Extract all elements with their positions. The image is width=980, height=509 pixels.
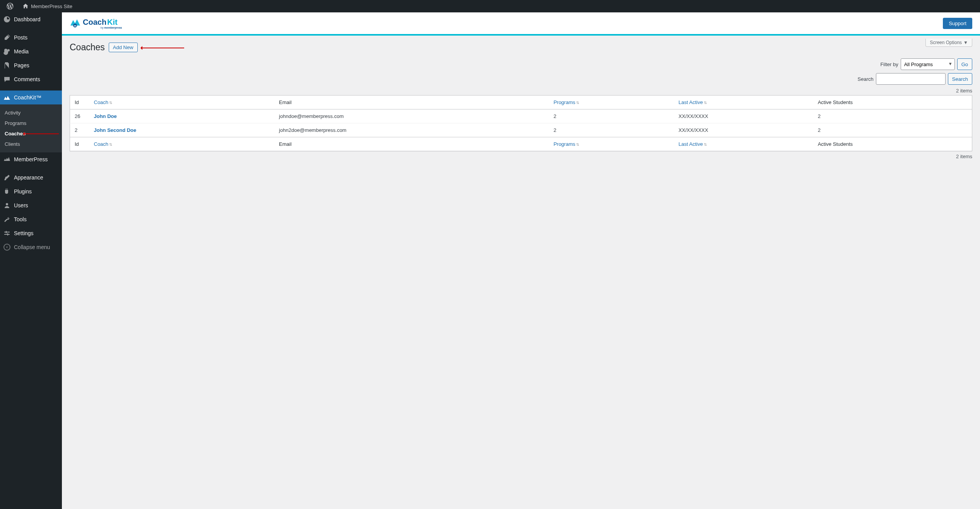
- col-footer-id: Id: [70, 137, 89, 151]
- svg-rect-4: [4, 234, 7, 235]
- coachkit-logo: m Coach Kit by memberpress: [70, 16, 139, 30]
- annotation-arrow-icon: [142, 44, 184, 50]
- menu-tools[interactable]: Tools: [0, 212, 62, 226]
- menu-label: Collapse menu: [14, 244, 50, 250]
- menu-users[interactable]: Users: [0, 198, 62, 212]
- cell-email: john2doe@memberpress.com: [274, 123, 549, 137]
- menu-dashboard[interactable]: Dashboard: [0, 12, 62, 26]
- svg-rect-2: [4, 232, 6, 232]
- cell-last-active: XX/XX/XXXX: [674, 123, 813, 137]
- menu-appearance[interactable]: Appearance: [0, 171, 62, 184]
- menu-label: Settings: [14, 230, 34, 236]
- sort-icon: ⇅: [109, 142, 112, 147]
- menu-label: Users: [14, 202, 28, 208]
- screen-options-toggle[interactable]: Screen Options ▼: [925, 39, 972, 47]
- coach-link[interactable]: John Doe: [94, 113, 117, 119]
- svg-point-1: [6, 203, 8, 205]
- menu-memberpress[interactable]: MemberPress: [0, 152, 62, 166]
- collapse-menu[interactable]: Collapse menu: [0, 240, 62, 254]
- menu-label: Pages: [14, 62, 29, 68]
- brand-bar: m Coach Kit by memberpress Support: [62, 12, 980, 36]
- filter-programs-select[interactable]: All Programs: [901, 58, 955, 70]
- admin-sidebar: Dashboard Posts Media Pages Comments Coa…: [0, 12, 62, 509]
- coach-link[interactable]: John Second Doe: [94, 127, 137, 133]
- cell-last-active: XX/XX/XXXX: [674, 109, 813, 123]
- menu-coachkit[interactable]: CoachKit™: [0, 91, 62, 104]
- col-footer-coach[interactable]: Coach⇅: [89, 137, 275, 151]
- annotation-arrow-icon: [24, 130, 59, 136]
- col-header-coach[interactable]: Coach⇅: [89, 96, 275, 109]
- cell-id: 2: [70, 123, 89, 137]
- chevron-down-icon: ▼: [963, 40, 968, 45]
- add-new-button[interactable]: Add New: [109, 43, 138, 52]
- cell-active-students: 2: [813, 109, 972, 123]
- svg-text:Kit: Kit: [107, 18, 118, 26]
- sort-icon: ⇅: [576, 101, 579, 105]
- col-header-id: Id: [70, 96, 89, 109]
- search-input[interactable]: [876, 73, 946, 85]
- support-button[interactable]: Support: [943, 18, 972, 29]
- col-header-programs[interactable]: Programs⇅: [549, 96, 674, 109]
- main-content: m Coach Kit by memberpress Support Scree…: [62, 0, 980, 509]
- media-icon: [3, 48, 11, 55]
- coachkit-submenu: Activity Programs Coaches Clients: [0, 104, 62, 152]
- svg-point-0: [7, 49, 10, 51]
- users-icon: [3, 202, 11, 209]
- dashboard-icon: [3, 15, 11, 23]
- sort-icon: ⇅: [704, 101, 707, 105]
- page-title: Coaches: [70, 42, 105, 53]
- menu-posts[interactable]: Posts: [0, 31, 62, 44]
- menu-label: Dashboard: [14, 16, 41, 22]
- sort-icon: ⇅: [704, 142, 707, 147]
- svg-text:by memberpress: by memberpress: [101, 26, 122, 29]
- wordpress-logo[interactable]: [3, 0, 19, 12]
- coaches-table: Id Coach⇅ Email Programs⇅ Last Active⇅ A…: [70, 95, 972, 151]
- table-row: 2 John Second Doe john2doe@memberpress.c…: [70, 123, 972, 137]
- menu-label: Posts: [14, 34, 27, 41]
- col-header-last-active[interactable]: Last Active⇅: [674, 96, 813, 109]
- submenu-programs[interactable]: Programs: [0, 118, 62, 128]
- wordpress-icon: [6, 2, 14, 10]
- col-footer-active-students: Active Students: [813, 137, 972, 151]
- menu-plugins[interactable]: Plugins: [0, 184, 62, 198]
- posts-icon: [3, 34, 11, 41]
- submenu-activity[interactable]: Activity: [0, 108, 62, 118]
- items-count-bottom: 2 items: [70, 154, 972, 159]
- col-footer-programs[interactable]: Programs⇅: [549, 137, 674, 151]
- items-count-top: 2 items: [70, 88, 972, 94]
- collapse-icon: [3, 243, 11, 251]
- filter-by-label: Filter by: [880, 61, 898, 67]
- plugins-icon: [3, 188, 11, 195]
- sort-icon: ⇅: [109, 101, 112, 105]
- appearance-icon: [3, 174, 11, 181]
- search-button[interactable]: Search: [948, 73, 972, 85]
- cell-id: 26: [70, 109, 89, 123]
- menu-label: MemberPress: [14, 156, 48, 162]
- svg-text:m: m: [74, 24, 76, 27]
- svg-rect-6: [6, 231, 7, 233]
- filter-go-button[interactable]: Go: [957, 58, 972, 70]
- submenu-clients[interactable]: Clients: [0, 139, 62, 149]
- menu-label: Tools: [14, 216, 27, 222]
- menu-label: Appearance: [14, 174, 43, 181]
- menu-pages[interactable]: Pages: [0, 58, 62, 72]
- site-home-link[interactable]: MemberPress Site: [19, 0, 75, 12]
- cell-active-students: 2: [813, 123, 972, 137]
- submenu-coaches[interactable]: Coaches: [0, 128, 62, 139]
- cell-email: johndoe@memberpress.com: [274, 109, 549, 123]
- col-footer-email: Email: [274, 137, 549, 151]
- table-row: 26 John Doe johndoe@memberpress.com 2 XX…: [70, 109, 972, 123]
- coachkit-icon: [3, 94, 11, 101]
- settings-icon: [3, 229, 11, 237]
- cell-programs: 2: [549, 123, 674, 137]
- menu-media[interactable]: Media: [0, 44, 62, 58]
- svg-rect-3: [7, 232, 10, 232]
- screen-options-label: Screen Options: [930, 40, 962, 45]
- search-label: Search: [858, 76, 874, 82]
- site-name-label: MemberPress Site: [31, 3, 72, 9]
- sort-icon: ⇅: [576, 142, 579, 147]
- col-footer-last-active[interactable]: Last Active⇅: [674, 137, 813, 151]
- menu-settings[interactable]: Settings: [0, 226, 62, 240]
- menu-comments[interactable]: Comments: [0, 72, 62, 86]
- svg-rect-7: [7, 233, 8, 236]
